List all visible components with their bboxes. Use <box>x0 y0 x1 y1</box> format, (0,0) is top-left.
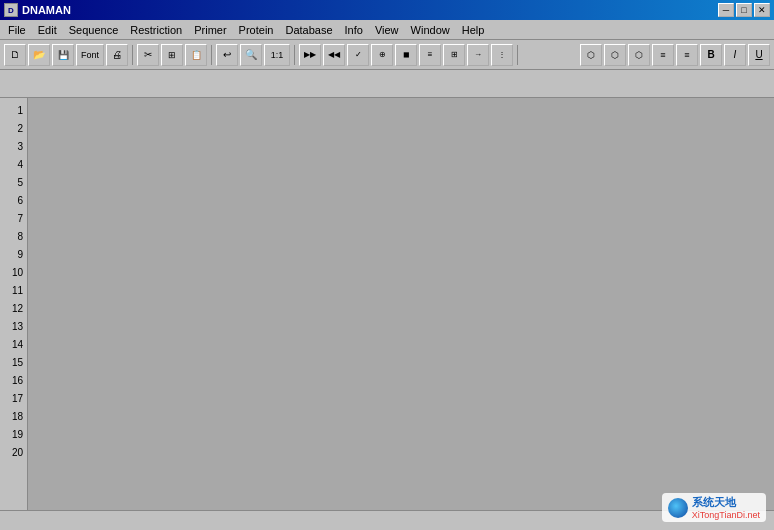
menu-bar: File Edit Sequence Restriction Primer Pr… <box>0 20 774 40</box>
line-number-20: 20 <box>0 444 27 462</box>
toolbar-main: 🗋 📂 💾 Font 🖨 ✂ ⊞ 📋 ↩ 🔍 1:1 ▶▶ ◀◀ ✓ ⊕ ◼ ≡… <box>0 40 774 70</box>
save-button[interactable]: 💾 <box>52 44 74 66</box>
separator-3 <box>294 45 295 65</box>
line-number-12: 12 <box>0 300 27 318</box>
line-number-9: 9 <box>0 246 27 264</box>
italic-button[interactable]: I <box>724 44 746 66</box>
line-number-18: 18 <box>0 408 27 426</box>
font-button[interactable]: Font <box>76 44 104 66</box>
menu-restriction[interactable]: Restriction <box>124 22 188 38</box>
menu-info[interactable]: Info <box>339 22 369 38</box>
tb-icon-3[interactable]: ✓ <box>347 44 369 66</box>
content-area[interactable] <box>28 98 774 510</box>
line-number-6: 6 <box>0 192 27 210</box>
align-center-button[interactable]: ⬡ <box>604 44 626 66</box>
tb-icon-7[interactable]: ⊞ <box>443 44 465 66</box>
line-number-15: 15 <box>0 354 27 372</box>
watermark-globe <box>668 498 688 518</box>
menu-protein[interactable]: Protein <box>233 22 280 38</box>
status-bar <box>0 510 774 530</box>
tb-icon-6[interactable]: ≡ <box>419 44 441 66</box>
line-number-13: 13 <box>0 318 27 336</box>
separator-1 <box>132 45 133 65</box>
menu-file[interactable]: File <box>2 22 32 38</box>
underline-button[interactable]: U <box>748 44 770 66</box>
copy-button[interactable]: ⊞ <box>161 44 183 66</box>
tb-icon-8[interactable]: → <box>467 44 489 66</box>
align-right-button[interactable]: ⬡ <box>628 44 650 66</box>
list2-button[interactable]: ≡ <box>676 44 698 66</box>
line-number-19: 19 <box>0 426 27 444</box>
new-button[interactable]: 🗋 <box>4 44 26 66</box>
line-number-4: 4 <box>0 156 27 174</box>
line-number-2: 2 <box>0 120 27 138</box>
main-area: 1234567891011121314151617181920 <box>0 98 774 510</box>
line-number-1: 1 <box>0 102 27 120</box>
toolbar-secondary <box>0 70 774 98</box>
title-buttons: ─ □ ✕ <box>718 3 770 17</box>
line-number-16: 16 <box>0 372 27 390</box>
separator-2 <box>211 45 212 65</box>
paste-button[interactable]: 📋 <box>185 44 207 66</box>
zoom-button[interactable]: 1:1 <box>264 44 290 66</box>
tb-icon-2[interactable]: ◀◀ <box>323 44 345 66</box>
menu-edit[interactable]: Edit <box>32 22 63 38</box>
app-icon: D <box>4 3 18 17</box>
tb-icon-9[interactable]: ⋮ <box>491 44 513 66</box>
menu-view[interactable]: View <box>369 22 405 38</box>
watermark: 系统天地 XiTongTianDi.net <box>662 493 766 522</box>
tb-icon-4[interactable]: ⊕ <box>371 44 393 66</box>
tb-icon-5[interactable]: ◼ <box>395 44 417 66</box>
line-number-5: 5 <box>0 174 27 192</box>
line-number-3: 3 <box>0 138 27 156</box>
menu-help[interactable]: Help <box>456 22 491 38</box>
menu-primer[interactable]: Primer <box>188 22 232 38</box>
menu-database[interactable]: Database <box>279 22 338 38</box>
line-number-14: 14 <box>0 336 27 354</box>
list-button[interactable]: ≡ <box>652 44 674 66</box>
print-button[interactable]: 🖨 <box>106 44 128 66</box>
tb-icon-1[interactable]: ▶▶ <box>299 44 321 66</box>
watermark-text: 系统天地 XiTongTianDi.net <box>692 495 760 520</box>
separator-4 <box>517 45 518 65</box>
line-number-8: 8 <box>0 228 27 246</box>
menu-window[interactable]: Window <box>405 22 456 38</box>
line-number-11: 11 <box>0 282 27 300</box>
cut-button[interactable]: ✂ <box>137 44 159 66</box>
line-numbers: 1234567891011121314151617181920 <box>0 98 28 510</box>
undo-button[interactable]: ↩ <box>216 44 238 66</box>
open-button[interactable]: 📂 <box>28 44 50 66</box>
title-bar: D DNAMAN ─ □ ✕ <box>0 0 774 20</box>
minimize-button[interactable]: ─ <box>718 3 734 17</box>
maximize-button[interactable]: □ <box>736 3 752 17</box>
close-button[interactable]: ✕ <box>754 3 770 17</box>
app-title: DNAMAN <box>22 4 714 16</box>
bold-button[interactable]: B <box>700 44 722 66</box>
line-number-10: 10 <box>0 264 27 282</box>
line-number-17: 17 <box>0 390 27 408</box>
menu-sequence[interactable]: Sequence <box>63 22 125 38</box>
watermark-line2: XiTongTianDi.net <box>692 510 760 520</box>
line-number-7: 7 <box>0 210 27 228</box>
align-left-button[interactable]: ⬡ <box>580 44 602 66</box>
watermark-line1: 系统天地 <box>692 495 760 510</box>
find-button[interactable]: 🔍 <box>240 44 262 66</box>
